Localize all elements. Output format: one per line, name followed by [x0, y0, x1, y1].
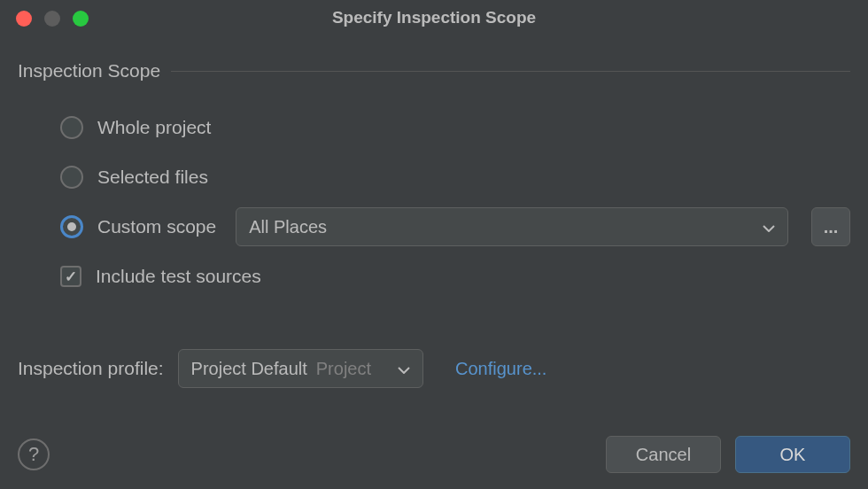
radio-custom-scope[interactable]: [60, 215, 83, 238]
radio-row-selected-files[interactable]: Selected files: [60, 152, 850, 202]
window-controls: [16, 11, 89, 27]
inspection-profile-row: Inspection profile: Project Default Proj…: [18, 349, 850, 388]
footer-buttons: Cancel OK: [606, 436, 850, 473]
scope-radio-group: Whole project Selected files Custom scop…: [18, 103, 850, 301]
help-button[interactable]: ?: [18, 439, 50, 470]
section-header: Inspection Scope: [18, 60, 850, 82]
include-test-sources-checkbox[interactable]: [60, 266, 81, 287]
ok-button[interactable]: OK: [735, 436, 850, 473]
radio-label-selected-files: Selected files: [97, 167, 208, 188]
dialog-footer: ? Cancel OK: [18, 436, 850, 473]
section-divider: [171, 71, 850, 72]
browse-scopes-button[interactable]: ...: [811, 207, 850, 246]
custom-scope-select[interactable]: All Places: [236, 207, 788, 246]
chevron-down-icon: [398, 360, 410, 378]
radio-selected-files[interactable]: [60, 166, 83, 189]
radio-row-custom-scope[interactable]: Custom scope All Places ...: [60, 202, 850, 252]
inspection-profile-select[interactable]: Project Default Project: [178, 349, 423, 388]
profile-select-primary: Project Default: [191, 359, 307, 379]
include-test-sources-label: Include test sources: [96, 266, 261, 287]
custom-scope-value: All Places: [249, 217, 327, 237]
radio-label-whole-project: Whole project: [97, 117, 211, 138]
dialog-title: Specify Inspection Scope: [332, 8, 536, 27]
profile-select-secondary: Project: [316, 359, 371, 379]
radio-label-custom-scope: Custom scope: [97, 216, 216, 237]
include-test-sources-row[interactable]: Include test sources: [60, 252, 850, 301]
minimize-window-button[interactable]: [44, 11, 60, 27]
maximize-window-button[interactable]: [73, 11, 89, 27]
close-window-button[interactable]: [16, 11, 32, 27]
configure-link[interactable]: Configure...: [455, 359, 546, 379]
cancel-button[interactable]: Cancel: [606, 436, 721, 473]
radio-whole-project[interactable]: [60, 116, 83, 139]
chevron-down-icon: [763, 218, 775, 237]
section-label: Inspection Scope: [18, 60, 160, 82]
titlebar: Specify Inspection Scope: [0, 0, 868, 35]
radio-row-whole-project[interactable]: Whole project: [60, 103, 850, 152]
inspection-profile-label: Inspection profile:: [18, 358, 164, 379]
